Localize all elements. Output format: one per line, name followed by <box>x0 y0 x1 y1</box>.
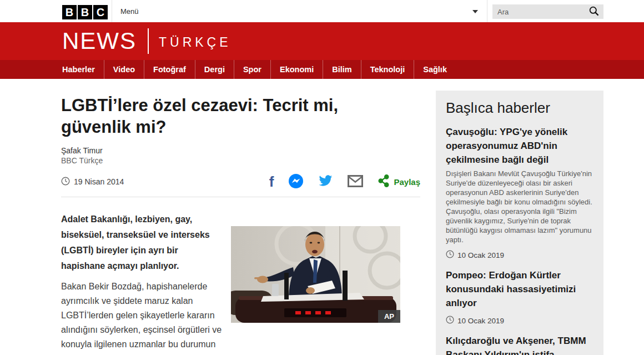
primary-nav: Haberler Video Fotoğraf Dergi Spor Ekono… <box>0 60 644 79</box>
sidebar-story-date-label: 10 Ocak 2019 <box>457 317 504 325</box>
chevron-down-icon[interactable] <box>472 10 478 13</box>
nav-item-haberler[interactable]: Haberler <box>53 60 104 79</box>
byline: Şafak Timur BBC Türkçe <box>61 146 420 166</box>
sidebar-story-date-label: 10 Ocak 2019 <box>457 251 504 259</box>
email-icon <box>348 175 363 189</box>
list-item: Çavuşoğlu: YPG'ye yönelik operasyonumuz … <box>446 125 600 260</box>
article-meta-row: 19 Nisan 2014 f <box>61 174 420 189</box>
masthead-section[interactable]: TÜRKÇE <box>159 33 232 50</box>
clock-icon <box>446 316 454 326</box>
image-credit-badge: AP <box>378 310 400 323</box>
email-share-button[interactable] <box>348 175 363 189</box>
messenger-share-button[interactable] <box>289 174 303 190</box>
bbc-logo-block: C <box>93 5 108 19</box>
nav-item-video[interactable]: Video <box>104 60 144 79</box>
byline-org: BBC Türkçe <box>61 156 420 166</box>
twitter-icon <box>318 175 333 189</box>
share-button-label: Paylaş <box>394 177 420 187</box>
nav-item-spor[interactable]: Spor <box>234 60 270 79</box>
sidebar-title: Başlıca haberler <box>446 99 600 117</box>
menu-button[interactable]: Menü <box>120 7 139 16</box>
byline-author: Şafak Timur <box>61 146 420 156</box>
article-date-label: 19 Nisan 2014 <box>74 177 124 186</box>
topbar-divider <box>112 0 112 22</box>
facebook-share-button[interactable]: f <box>269 174 274 189</box>
nav-item-saglik[interactable]: Sağlık <box>414 60 456 79</box>
bbc-logo-block: B <box>62 5 77 19</box>
top-stories-sidebar: Başlıca haberler Çavuşoğlu: YPG'ye yönel… <box>436 91 603 355</box>
search-box <box>492 4 603 19</box>
nav-item-bilim[interactable]: Bilim <box>323 60 360 79</box>
bbc-logo[interactable]: B B C <box>62 5 108 19</box>
article-main: LGBTİ’lere özel cezaevi: Tecrit mi, güve… <box>61 94 420 355</box>
article-title: LGBTİ’lere özel cezaevi: Tecrit mi, güve… <box>61 94 405 138</box>
sidebar-story-title[interactable]: Pompeo: Erdoğan Kürtler konusundaki hass… <box>446 268 600 310</box>
bbc-logo-block: B <box>78 5 92 19</box>
list-item: Kılıçdaroğlu ve Akşener, TBMM Başkanı Yı… <box>446 334 600 355</box>
nav-item-ekonomi[interactable]: Ekonomi <box>270 60 323 79</box>
sidebar-story-summary: Dışişleri Bakanı Mevlüt Çavuşoğlu Türkiy… <box>446 169 600 244</box>
masthead-divider <box>148 28 149 54</box>
sidebar-story-title[interactable]: Kılıçdaroğlu ve Akşener, TBMM Başkanı Yı… <box>446 334 600 355</box>
sidebar-story-date: 10 Ocak 2019 <box>446 316 600 326</box>
topbar-divider <box>487 0 487 22</box>
search-button[interactable] <box>588 6 603 18</box>
masthead: NEWS TÜRKÇE <box>0 22 644 60</box>
article-date: 19 Nisan 2014 <box>61 177 124 187</box>
search-input[interactable] <box>492 8 588 16</box>
share-icon <box>378 174 389 189</box>
share-button[interactable]: Paylaş <box>378 174 420 189</box>
nav-item-dergi[interactable]: Dergi <box>195 60 234 79</box>
search-icon <box>588 6 600 18</box>
sidebar-story-date: 10 Ocak 2019 <box>446 250 600 260</box>
nav-item-fotograf[interactable]: Fotoğraf <box>144 60 195 79</box>
sidebar-story-title[interactable]: Çavuşoğlu: YPG'ye yönelik operasyonumuz … <box>446 125 600 167</box>
list-item: Pompeo: Erdoğan Kürtler konusundaki hass… <box>446 268 600 326</box>
top-bar: B B C Menü <box>0 0 644 22</box>
facebook-icon: f <box>269 174 274 189</box>
clock-icon <box>61 177 70 187</box>
twitter-share-button[interactable] <box>318 175 333 189</box>
messenger-icon <box>289 174 303 190</box>
clock-icon <box>446 250 454 260</box>
article-body: AP Adalet Bakanlığı, lezbiyen, gay, bise… <box>61 212 420 355</box>
masthead-brand[interactable]: NEWS <box>62 29 137 53</box>
article-photo: AP <box>231 226 400 323</box>
section-divider <box>61 197 420 197</box>
article-photo-illustration <box>231 226 400 323</box>
share-toolbar: f <box>269 174 420 190</box>
nav-item-teknoloji[interactable]: Teknoloji <box>361 60 414 79</box>
